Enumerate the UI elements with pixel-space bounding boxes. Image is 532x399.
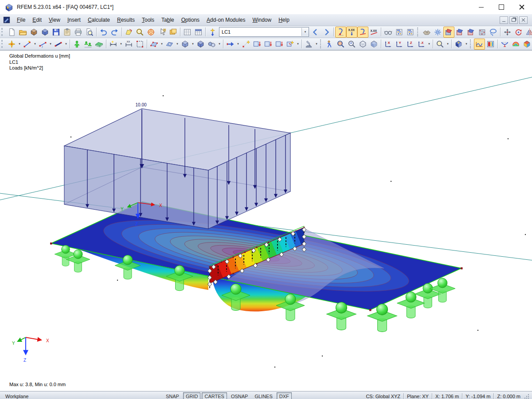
menu-tools[interactable]: Tools bbox=[138, 16, 158, 24]
menu-calculate[interactable]: Calculate bbox=[84, 16, 113, 24]
status-toggle-grid[interactable]: GRID bbox=[183, 392, 201, 399]
show-loads-button[interactable] bbox=[335, 27, 346, 38]
model-3d-scene[interactable]: 10.00 X Y Z X Y Z bbox=[0, 51, 532, 391]
model-visibility-button[interactable] bbox=[303, 39, 314, 50]
results-solid-button[interactable] bbox=[521, 39, 532, 50]
results-contours-button[interactable] bbox=[510, 39, 521, 50]
view-glasses-button[interactable] bbox=[383, 27, 394, 38]
move-copy-button[interactable] bbox=[502, 27, 513, 38]
new-visual-object-button[interactable] bbox=[180, 39, 191, 50]
maximize-button[interactable] bbox=[491, 0, 512, 14]
undo-button[interactable] bbox=[98, 27, 109, 38]
load-case-combo[interactable]: LC1▾ bbox=[219, 27, 309, 37]
dropdown-arrow[interactable]: ▾ bbox=[160, 39, 164, 49]
menu-view[interactable]: View bbox=[45, 16, 64, 24]
save-button[interactable] bbox=[51, 27, 62, 38]
surface-support-button[interactable] bbox=[94, 39, 105, 50]
dropdown-arrow[interactable]: ▾ bbox=[217, 39, 222, 49]
new-surface-button[interactable] bbox=[149, 39, 160, 50]
dropdown-arrow[interactable]: ▾ bbox=[175, 39, 180, 49]
mdi-restore-button[interactable] bbox=[509, 16, 518, 24]
check-data-button[interactable] bbox=[394, 27, 405, 38]
model-viewport[interactable]: 10.00 X Y Z X Y Z Global Defor bbox=[0, 50, 532, 391]
new-node-button[interactable] bbox=[6, 39, 17, 50]
view-in-y-button[interactable]: Y bbox=[394, 39, 405, 50]
menu-edit[interactable]: Edit bbox=[29, 16, 45, 24]
results-deformation-button[interactable] bbox=[499, 39, 510, 50]
regenerate-model-button[interactable] bbox=[432, 27, 443, 38]
generate-node-button[interactable] bbox=[240, 39, 251, 50]
dropdown-arrow[interactable]: ▾ bbox=[48, 39, 53, 49]
dropdown-arrow[interactable]: ▾ bbox=[314, 39, 319, 49]
visibility-filter-button[interactable] bbox=[434, 39, 446, 50]
edit-polygon-button[interactable] bbox=[123, 27, 134, 38]
block-manager-button[interactable] bbox=[39, 27, 51, 38]
table-layout-button[interactable] bbox=[193, 27, 204, 38]
close-button[interactable] bbox=[512, 0, 532, 14]
new-window-button[interactable] bbox=[168, 27, 179, 38]
connect-members-button[interactable] bbox=[421, 27, 432, 38]
redo-button[interactable] bbox=[109, 27, 120, 38]
load-case-list-button[interactable] bbox=[207, 27, 218, 38]
toolbar-grip[interactable] bbox=[1, 40, 5, 48]
surface-load-button[interactable] bbox=[274, 39, 285, 50]
view-solid-button[interactable] bbox=[368, 39, 379, 50]
mdi-close-button[interactable] bbox=[519, 16, 528, 24]
show-load-values-button[interactable] bbox=[346, 27, 357, 38]
new-line-button[interactable] bbox=[22, 39, 33, 50]
line-support-button[interactable] bbox=[82, 39, 94, 50]
view-in-z-button[interactable]: Z bbox=[405, 39, 416, 50]
mirror-button[interactable] bbox=[524, 27, 532, 38]
view-in-minus-x-button[interactable]: -X bbox=[416, 39, 427, 50]
copy-object-button[interactable] bbox=[206, 39, 217, 50]
load-case-dropdown-button[interactable]: ▾ bbox=[301, 28, 309, 36]
new-solid-button[interactable] bbox=[195, 39, 206, 50]
show-results-toggle-button[interactable] bbox=[474, 39, 485, 50]
print-preview-button[interactable] bbox=[84, 27, 95, 38]
menu-help[interactable]: Help bbox=[275, 16, 293, 24]
menu-results[interactable]: Results bbox=[113, 16, 138, 24]
nodal-support-button[interactable] bbox=[71, 39, 82, 50]
zoom-object-button[interactable] bbox=[346, 39, 357, 50]
dropdown-arrow[interactable]: ▾ bbox=[427, 39, 431, 49]
recalculate-button[interactable] bbox=[405, 27, 416, 38]
mdi-minimize-button[interactable] bbox=[500, 16, 508, 24]
new-opening-button[interactable] bbox=[164, 39, 175, 50]
new-line-type-button[interactable] bbox=[37, 39, 48, 50]
visual-objects-button[interactable] bbox=[477, 27, 488, 38]
special-selection-button[interactable] bbox=[156, 27, 168, 38]
walk-through-mode-button[interactable] bbox=[324, 39, 335, 50]
open-model-button[interactable] bbox=[17, 27, 28, 38]
dimension-symbol-button[interactable] bbox=[123, 39, 134, 50]
dropdown-arrow[interactable]: ▾ bbox=[33, 39, 37, 49]
dropdown-arrow[interactable]: ▾ bbox=[464, 39, 469, 49]
results-panel-button[interactable] bbox=[485, 39, 496, 50]
view-wireframe-button[interactable] bbox=[357, 39, 368, 50]
tables-button[interactable] bbox=[182, 27, 193, 38]
menu-options[interactable]: Options bbox=[178, 16, 203, 24]
previous-load-case-button[interactable] bbox=[310, 27, 321, 38]
print-button[interactable] bbox=[73, 27, 84, 38]
free-load-button[interactable] bbox=[285, 39, 296, 50]
menu-file[interactable]: File bbox=[13, 16, 29, 24]
next-load-case-button[interactable] bbox=[321, 27, 332, 38]
workplane-xz-button[interactable] bbox=[466, 27, 477, 38]
workplane-yz-button[interactable] bbox=[454, 27, 466, 38]
center-object-button[interactable] bbox=[145, 27, 156, 38]
status-toggle-dxf[interactable]: DXF bbox=[277, 392, 292, 399]
new-model-button[interactable] bbox=[6, 27, 17, 38]
edit-region-button[interactable] bbox=[134, 39, 145, 50]
status-toggle-osnap[interactable]: OSNAP bbox=[228, 392, 251, 399]
show-result-values-button[interactable] bbox=[368, 27, 379, 38]
menu-insert[interactable]: Insert bbox=[64, 16, 84, 24]
nodal-load-button[interactable] bbox=[251, 39, 262, 50]
dropdown-arrow[interactable]: ▾ bbox=[191, 39, 195, 49]
dropdown-arrow[interactable]: ▾ bbox=[17, 39, 22, 49]
project-manager-button[interactable] bbox=[28, 27, 39, 38]
dropdown-arrow[interactable]: ▾ bbox=[64, 39, 68, 49]
zoom-window-button[interactable] bbox=[335, 39, 346, 50]
minimize-button[interactable] bbox=[471, 0, 491, 14]
paste-button[interactable] bbox=[62, 27, 73, 38]
menu-add-on-modules[interactable]: Add-on Modules bbox=[203, 16, 249, 24]
show-results-button[interactable] bbox=[357, 27, 368, 38]
